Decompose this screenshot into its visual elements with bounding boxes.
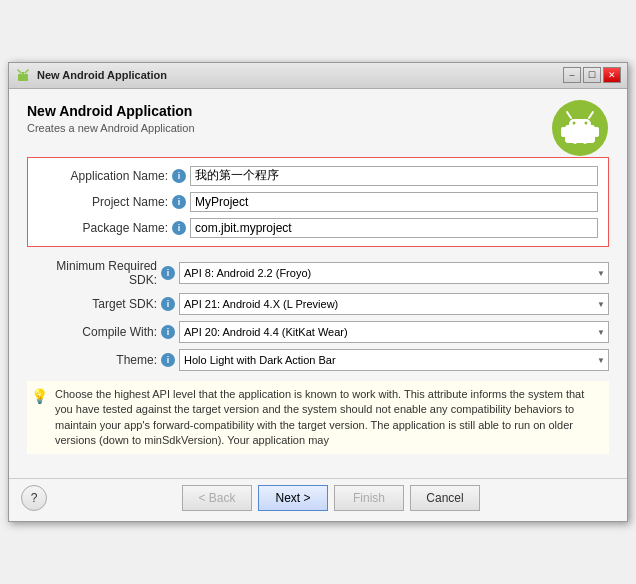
target-sdk-info-icon[interactable]: i (161, 297, 175, 311)
application-name-input[interactable] (190, 166, 598, 186)
finish-button[interactable]: Finish (334, 485, 404, 511)
page-title: New Android Application (27, 103, 541, 119)
project-name-input[interactable] (190, 192, 598, 212)
min-sdk-info-icon[interactable]: i (161, 266, 175, 280)
svg-line-3 (26, 70, 28, 72)
svg-point-9 (573, 121, 576, 124)
target-sdk-select-wrapper: API 21: Android 4.X (L Preview) (179, 293, 609, 315)
compile-with-select[interactable]: API 20: Android 4.4 (KitKat Wear) (179, 321, 609, 343)
compile-with-info-icon[interactable]: i (161, 325, 175, 339)
package-name-row: Package Name: i (38, 218, 598, 238)
name-fields-section: Application Name: i Project Name: i Pack… (27, 157, 609, 247)
target-sdk-row: Target SDK: i API 21: Android 4.X (L Pre… (27, 293, 609, 315)
min-sdk-select[interactable]: API 8: Android 2.2 (Froyo) (179, 262, 609, 284)
theme-row: Theme: i Holo Light with Dark Action Bar (27, 349, 609, 371)
back-button[interactable]: < Back (182, 485, 252, 511)
svg-point-10 (585, 121, 588, 124)
svg-rect-8 (569, 119, 591, 131)
android-logo (551, 99, 609, 157)
title-bar: New Android Application – ☐ ✕ (9, 63, 627, 89)
cancel-button[interactable]: Cancel (410, 485, 480, 511)
svg-rect-13 (561, 127, 566, 137)
window-title: New Android Application (37, 69, 167, 81)
button-row: ? < Back Next > Finish Cancel (9, 478, 627, 521)
minimize-button[interactable]: – (563, 67, 581, 83)
project-name-row: Project Name: i (38, 192, 598, 212)
theme-select-wrapper: Holo Light with Dark Action Bar (179, 349, 609, 371)
maximize-button[interactable]: ☐ (583, 67, 601, 83)
theme-select[interactable]: Holo Light with Dark Action Bar (179, 349, 609, 371)
package-name-info-icon[interactable]: i (172, 221, 186, 235)
info-text: Choose the highest API level that the ap… (55, 387, 605, 449)
target-sdk-label: Target SDK: (27, 297, 157, 311)
svg-point-5 (24, 73, 25, 74)
application-name-label: Application Name: (38, 169, 168, 183)
bulb-icon: 💡 (31, 388, 47, 404)
svg-rect-16 (583, 137, 587, 144)
min-sdk-select-wrapper: API 8: Android 2.2 (Froyo) (179, 262, 609, 284)
theme-info-icon[interactable]: i (161, 353, 175, 367)
application-name-row: Application Name: i (38, 166, 598, 186)
compile-with-row: Compile With: i API 20: Android 4.4 (Kit… (27, 321, 609, 343)
page-subtitle: Creates a new Android Application (27, 122, 541, 134)
target-sdk-select[interactable]: API 21: Android 4.X (L Preview) (179, 293, 609, 315)
next-button[interactable]: Next > (258, 485, 328, 511)
min-sdk-label: Minimum Required SDK: (27, 259, 157, 287)
svg-rect-15 (573, 137, 577, 144)
sdk-section: Minimum Required SDK: i API 8: Android 2… (27, 259, 609, 371)
min-sdk-row: Minimum Required SDK: i API 8: Android 2… (27, 259, 609, 287)
svg-rect-1 (20, 72, 26, 76)
dialog-content: New Android Application Creates a new An… (9, 89, 627, 479)
window-icon (15, 67, 31, 83)
window-controls: – ☐ ✕ (563, 67, 621, 83)
main-window: New Android Application – ☐ ✕ New Androi… (8, 62, 628, 523)
application-name-info-icon[interactable]: i (172, 169, 186, 183)
info-box: 💡 Choose the highest API level that the … (27, 381, 609, 455)
help-button[interactable]: ? (21, 485, 47, 511)
project-name-info-icon[interactable]: i (172, 195, 186, 209)
svg-point-4 (21, 73, 22, 74)
project-name-label: Project Name: (38, 195, 168, 209)
svg-rect-14 (594, 127, 599, 137)
theme-label: Theme: (27, 353, 157, 367)
compile-with-label: Compile With: (27, 325, 157, 339)
svg-line-2 (18, 70, 20, 72)
compile-with-select-wrapper: API 20: Android 4.4 (KitKat Wear) (179, 321, 609, 343)
close-button[interactable]: ✕ (603, 67, 621, 83)
package-name-input[interactable] (190, 218, 598, 238)
package-name-label: Package Name: (38, 221, 168, 235)
